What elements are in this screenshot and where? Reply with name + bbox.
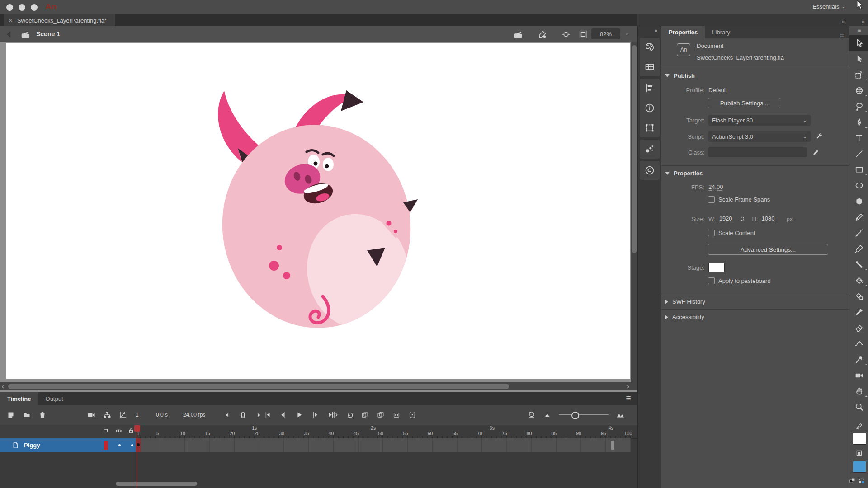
visibility-column-icon[interactable] (115, 427, 123, 435)
accessibility-section-header[interactable]: Accessibility (661, 314, 846, 320)
vertical-scrollbar[interactable] (631, 42, 637, 390)
loop-range-button[interactable] (345, 409, 356, 420)
pen-tool[interactable] (849, 114, 868, 130)
window-minimize-button[interactable] (19, 4, 25, 11)
hand-tool[interactable] (849, 383, 868, 399)
fps-value[interactable]: 24.00 (708, 183, 723, 191)
swf-history-section-header[interactable]: SWF History (661, 298, 846, 305)
canvas-pasteboard[interactable]: ‹ › (0, 42, 637, 392)
play-button[interactable] (294, 409, 305, 420)
stage[interactable] (6, 43, 630, 379)
pencil-tool[interactable] (849, 209, 868, 225)
frame-rate-value[interactable]: 24.00 fps (183, 412, 205, 418)
publish-section-header[interactable]: Publish (661, 72, 846, 79)
width-value[interactable]: 1920 (719, 215, 732, 222)
fill-color-icon[interactable] (849, 447, 868, 459)
timeline-zoom-knob[interactable] (571, 412, 579, 419)
bone-tool[interactable] (849, 257, 868, 272)
selection-tool[interactable] (849, 35, 868, 51)
lock-column-icon[interactable] (127, 427, 135, 434)
paint-bucket-tool[interactable] (849, 272, 868, 288)
cc-libraries-panel-icon[interactable] (642, 164, 657, 177)
back-arrow-icon[interactable] (4, 29, 14, 39)
apply-to-pasteboard-checkbox[interactable] (708, 277, 715, 284)
zoom-in-frames-button[interactable] (615, 409, 626, 420)
document-tab[interactable]: ✕ SweetCheeks_LayerParenting.fla* (4, 14, 115, 26)
gradient-transform-tool[interactable] (849, 83, 868, 99)
timeline-zoom-slider[interactable] (559, 414, 609, 415)
script-dropdown[interactable]: ActionScript 3.0 ⌄ (708, 131, 811, 142)
close-tab-icon[interactable]: ✕ (8, 17, 13, 24)
layer-outline-color-swatch[interactable] (104, 441, 108, 450)
outline-column-icon[interactable] (102, 427, 109, 434)
publish-settings-button[interactable]: Publish Settings... (708, 98, 780, 108)
new-layer-button[interactable] (5, 409, 16, 420)
delete-layer-button[interactable] (37, 409, 48, 420)
tab-output[interactable]: Output (38, 392, 71, 405)
reset-timeline-zoom-button[interactable] (526, 409, 537, 420)
layer-visibility-dot[interactable] (118, 444, 121, 446)
step-forward-button[interactable] (310, 409, 321, 420)
tab-properties[interactable]: Properties (661, 26, 705, 38)
stroke-color-swatch[interactable] (853, 433, 866, 445)
scroll-right-icon[interactable]: › (627, 382, 629, 390)
scale-content-checkbox[interactable] (708, 230, 715, 236)
line-tool[interactable] (849, 146, 868, 162)
collapse-dock-icon[interactable]: « (638, 26, 661, 35)
tab-timeline[interactable]: Timeline (0, 392, 38, 405)
swatches-panel-icon[interactable] (642, 60, 657, 74)
go-to-first-button[interactable] (262, 409, 273, 420)
edit-scene-button[interactable] (513, 29, 524, 39)
paint-brush-tool[interactable] (849, 225, 868, 241)
class-input[interactable] (708, 147, 807, 157)
stroke-color-pencil-icon[interactable] (849, 420, 868, 432)
edit-multiple-frames-button[interactable] (391, 409, 402, 420)
link-width-height-icon[interactable] (739, 215, 746, 222)
add-camera-button[interactable] (86, 409, 97, 420)
brush-tool[interactable] (849, 241, 868, 257)
timeline-menu-icon[interactable]: ☰ (626, 395, 631, 402)
window-zoom-button[interactable] (31, 4, 38, 11)
layer-frame-strip[interactable] (136, 438, 631, 452)
new-folder-button[interactable] (21, 409, 32, 420)
edit-symbols-button[interactable] (537, 29, 548, 39)
eyedropper-tool[interactable] (849, 304, 868, 320)
zoom-out-frames-button[interactable] (542, 409, 553, 420)
advanced-settings-button[interactable]: Advanced Settings... (708, 244, 828, 255)
onion-range-button[interactable] (237, 409, 248, 420)
onion-skin-button[interactable] (359, 409, 370, 420)
clip-content-button[interactable] (578, 29, 589, 39)
layer-name[interactable]: Piggy (24, 442, 40, 449)
align-panel-icon[interactable] (642, 81, 657, 95)
step-back-button[interactable] (278, 409, 289, 420)
center-playhead-button[interactable] (329, 409, 340, 420)
current-frame-value[interactable]: 1 (136, 412, 139, 418)
properties-section-header[interactable]: Properties (661, 170, 846, 177)
color-panel-icon[interactable] (642, 40, 657, 54)
collapse-tools-icon[interactable]: » (862, 18, 865, 25)
timeline-horizontal-scroll-thumb[interactable] (116, 482, 197, 486)
zoom-tool[interactable] (849, 399, 868, 415)
horizontal-scroll-thumb[interactable] (8, 384, 509, 389)
graph-editor-button[interactable] (118, 409, 128, 420)
layer-row-piggy[interactable]: Piggy (0, 438, 136, 452)
eraser-tool[interactable] (849, 320, 868, 336)
script-settings-wrench-icon[interactable] (815, 132, 823, 141)
horizontal-scrollbar[interactable]: ‹ › (0, 382, 631, 390)
panel-menu-icon[interactable]: ☰ (840, 32, 849, 38)
scale-frame-spans-checkbox[interactable] (708, 196, 715, 203)
stage-zoom-select[interactable]: 82% (591, 28, 620, 39)
width-tool[interactable] (849, 336, 868, 352)
camera-tool[interactable] (849, 367, 868, 383)
lasso-tool[interactable] (849, 99, 868, 114)
text-tool[interactable] (849, 130, 868, 146)
polystar-tool[interactable] (849, 193, 868, 209)
onion-skin-outlines-button[interactable] (375, 409, 386, 420)
vertical-scroll-thumb[interactable] (632, 45, 637, 253)
zoom-chevron-icon[interactable]: ⌄ (625, 30, 629, 36)
tools-menu-icon[interactable]: ≡ (849, 27, 868, 33)
layer-lock-dot[interactable] (131, 444, 133, 446)
window-close-button[interactable] (6, 4, 13, 11)
pig-artwork[interactable] (6, 43, 630, 379)
timeline-ruler[interactable]: 1510152025303540455055606570758085909510… (136, 425, 637, 439)
